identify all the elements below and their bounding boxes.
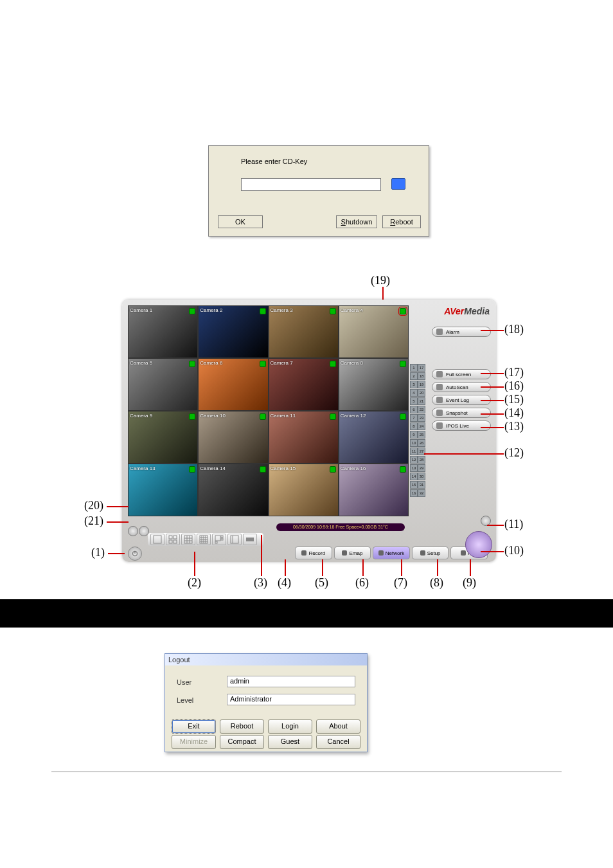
channel-cell[interactable]: 28 [418, 456, 425, 464]
cdkey-input[interactable] [241, 178, 381, 191]
channel-cell[interactable]: 31 [418, 481, 425, 489]
camera-cell[interactable]: Camera 8 [339, 358, 409, 411]
camera-cell[interactable]: Camera 16 [339, 464, 409, 516]
channel-cell[interactable]: 15 [410, 481, 418, 489]
emap-button[interactable]: Emap [334, 547, 371, 559]
split-more-icon[interactable] [243, 534, 257, 545]
exit-button[interactable]: Exit [172, 719, 216, 734]
channel-cell[interactable]: 25 [418, 431, 425, 439]
voice-button-icon[interactable] [128, 526, 138, 536]
record-button[interactable]: Record [295, 547, 332, 559]
channel-cell[interactable]: 30 [418, 473, 425, 480]
callout-8: (8) [430, 576, 443, 590]
camera-cell[interactable]: Camera 12 [339, 411, 409, 464]
snapshot-button[interactable]: Snapshot [432, 408, 491, 418]
channel-cell[interactable]: 17 [418, 364, 425, 372]
split-13-icon[interactable] [227, 534, 242, 545]
camera-cell[interactable]: Camera 14 [198, 464, 268, 516]
user-field[interactable]: admin [227, 676, 355, 687]
camera-cell[interactable]: Camera 15 [269, 464, 339, 516]
channel-cell[interactable]: 8 [410, 422, 418, 430]
channel-cell[interactable]: 22 [418, 406, 425, 413]
channel-cell[interactable]: 5 [410, 397, 418, 405]
ok-button[interactable]: OK [218, 215, 263, 228]
channel-cell[interactable]: 10 [410, 439, 418, 447]
camera-cell[interactable]: Camera 5 [128, 358, 198, 411]
channel-cell[interactable]: 9 [410, 431, 418, 439]
channel-cell[interactable]: 19 [418, 381, 425, 388]
camera-cell[interactable]: Camera 13 [128, 464, 198, 516]
network-button[interactable]: Network [373, 547, 410, 559]
camera-cell[interactable]: Camera 7 [269, 358, 339, 411]
split-4-icon[interactable] [166, 534, 180, 545]
login-button[interactable]: Login [268, 719, 312, 734]
channel-cell[interactable]: 24 [418, 422, 425, 430]
split-1-icon[interactable] [150, 534, 164, 545]
callout-3: (3) [254, 576, 267, 590]
svg-rect-2 [173, 536, 177, 539]
network-icon [378, 550, 384, 556]
about-button[interactable]: About [316, 719, 360, 734]
channel-cell[interactable]: 26 [418, 439, 425, 447]
camera-title: Camera 16 [341, 466, 366, 471]
channel-cell[interactable]: 7 [410, 414, 418, 422]
callout-10: (10) [504, 544, 524, 557]
callout-15: (15) [504, 393, 524, 406]
channel-cell[interactable]: 20 [418, 389, 425, 397]
compact-button[interactable]: Compact [220, 735, 264, 749]
channel-cell[interactable]: 3 [410, 381, 418, 388]
brand-logo: AVerMedia [444, 306, 490, 316]
record-state-icon [400, 413, 406, 420]
channel-cell[interactable]: 13 [410, 464, 418, 472]
split-8-icon[interactable] [212, 534, 226, 545]
audio-button-icon[interactable] [139, 526, 149, 536]
camera-cell[interactable]: Camera 6 [198, 358, 268, 411]
logout-title: Logout [165, 654, 367, 665]
callout-20: (20) [84, 499, 103, 512]
channel-cell[interactable]: 18 [418, 372, 425, 380]
alarm-button[interactable]: Alarm [432, 327, 491, 337]
channel-cell[interactable]: 21 [418, 397, 425, 405]
channel-cell[interactable]: 14 [410, 473, 418, 480]
split-9-icon[interactable] [181, 534, 195, 545]
channel-cell[interactable]: 16 [410, 489, 418, 497]
callout-12: (12) [504, 446, 524, 460]
reboot-button-2[interactable]: Reboot [220, 719, 264, 734]
guest-button[interactable]: Guest [268, 735, 312, 749]
camera-cell[interactable]: Camera 9 [128, 411, 198, 464]
split-16-icon[interactable] [197, 534, 211, 545]
channel-strip-right[interactable]: 17181920212223242526272829303132 [418, 364, 429, 497]
reboot-button[interactable]: Reboot [382, 215, 421, 228]
power-button[interactable] [128, 547, 142, 561]
svg-rect-1 [169, 536, 172, 539]
level-label: Level [177, 696, 193, 704]
channel-cell[interactable]: 23 [418, 414, 425, 422]
callout-1: (1) [91, 546, 105, 559]
camera-cell[interactable]: Camera 11 [269, 411, 339, 464]
record-state-icon [400, 466, 406, 473]
iposlive-button[interactable]: IPOS Live [432, 420, 491, 431]
channel-cell[interactable]: 29 [418, 464, 425, 472]
camera-cell[interactable]: Camera 1 [128, 305, 198, 358]
onscreen-keyboard-icon[interactable] [391, 178, 405, 190]
camera-title: Camera 11 [271, 413, 296, 419]
channel-cell[interactable]: 12 [410, 456, 418, 464]
callout-5: (5) [315, 576, 328, 590]
setup-button[interactable]: Setup [412, 547, 449, 559]
camera-cell[interactable]: Camera 3 [269, 305, 339, 358]
cancel-button[interactable]: Cancel [316, 735, 360, 749]
channel-cell[interactable]: 11 [410, 448, 418, 455]
level-field: Administrator [227, 694, 355, 705]
playback-preview-button[interactable] [465, 531, 492, 558]
channel-cell[interactable]: 4 [410, 389, 418, 397]
camera-cell[interactable]: Camera 2 [198, 305, 268, 358]
channel-cell[interactable]: 6 [410, 406, 418, 413]
fullscreen-button[interactable]: Full screen [432, 369, 491, 379]
channel-cell[interactable]: 2 [410, 372, 418, 380]
camera-cell[interactable]: Camera 4 [339, 305, 409, 358]
channel-cell[interactable]: 1 [410, 364, 418, 372]
shutdown-button[interactable]: Shutdown [336, 215, 377, 228]
camera-cell[interactable]: Camera 10 [198, 411, 268, 464]
user-label: User [177, 678, 191, 686]
channel-cell[interactable]: 32 [418, 489, 425, 497]
